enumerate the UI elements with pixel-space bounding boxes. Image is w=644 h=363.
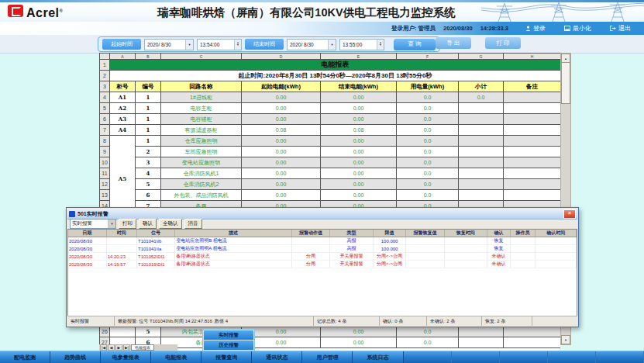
- cell-remark[interactable]: [504, 92, 561, 103]
- column-letter-F[interactable]: F: [397, 54, 459, 60]
- column-letter-B[interactable]: B: [136, 54, 161, 60]
- chevron-down-icon[interactable]: ▼: [185, 40, 193, 50]
- cell-start-energy[interactable]: 0.00: [242, 92, 321, 103]
- cell-circuit-name[interactable]: 1#进线柜: [161, 92, 242, 103]
- row-number[interactable]: 2: [100, 71, 110, 81]
- cell-circuit-name[interactable]: 车间应急照明: [161, 147, 242, 157]
- cell-subtotal[interactable]: [459, 114, 504, 125]
- cell-number[interactable]: 5: [136, 327, 161, 337]
- cell-subtotal[interactable]: [459, 168, 504, 179]
- row-number[interactable]: 13: [100, 190, 110, 201]
- spinner-arrows-icon[interactable]: ▲▼: [234, 40, 241, 50]
- cell-cabinet[interactable]: A4: [110, 125, 136, 136]
- alarm-col-2[interactable]: 位号: [136, 230, 174, 237]
- cell-subtotal[interactable]: [459, 136, 504, 147]
- cell-start-energy[interactable]: 0.08: [242, 125, 321, 136]
- cell-number[interactable]: 2: [136, 147, 161, 157]
- cell-start-energy[interactable]: 0.00: [242, 179, 321, 190]
- alarm-col-10[interactable]: 操作员: [510, 230, 536, 237]
- cell-consumption[interactable]: 0.0: [397, 92, 459, 103]
- next-sheet-icon[interactable]: ▶: [115, 344, 122, 351]
- sheet-header-cell-5[interactable]: 用电量(kWh): [397, 81, 459, 92]
- alarm-row-0[interactable]: 2020/08/30T101041\Ib变电站应急照明B 相电流高报100.00…: [68, 237, 577, 245]
- cell-cabinet[interactable]: A1: [110, 92, 136, 103]
- sheet-header-cell-4[interactable]: 结束电能(kWh): [321, 81, 397, 92]
- cell-end-energy[interactable]: 0.00: [321, 136, 397, 147]
- print-button[interactable]: 打印: [119, 219, 136, 229]
- sheet-header-cell-1[interactable]: 编号: [136, 81, 161, 92]
- cell-remark[interactable]: [504, 157, 561, 168]
- cell-number[interactable]: 3: [136, 157, 161, 168]
- scroll-down-icon[interactable]: ▼: [561, 335, 570, 344]
- cell-subtotal[interactable]: [459, 337, 504, 348]
- cell-remark[interactable]: [504, 337, 561, 348]
- alarm-col-5[interactable]: 类型: [330, 230, 374, 237]
- cell-start-energy[interactable]: 0.00: [242, 157, 321, 168]
- sheet-header-cell-6[interactable]: 小计: [459, 81, 504, 92]
- cell-consumption[interactable]: 0.0: [397, 337, 459, 348]
- row-number[interactable]: 6: [100, 114, 110, 125]
- cell-subtotal[interactable]: [459, 327, 504, 337]
- cell-number[interactable]: 1: [136, 125, 161, 136]
- chevron-down-icon[interactable]: ▼: [328, 40, 336, 50]
- cell-end-energy[interactable]: 0.00: [321, 179, 397, 190]
- cell-consumption[interactable]: 0.0: [397, 136, 459, 147]
- login-button[interactable]: 登录: [525, 24, 546, 33]
- cell-consumption[interactable]: 0.0: [397, 114, 459, 125]
- cell-subtotal[interactable]: [459, 103, 504, 114]
- first-sheet-icon[interactable]: |◀: [100, 344, 107, 351]
- row-number[interactable]: 9: [100, 147, 110, 157]
- start-time-spinner[interactable]: 13:54:00 ▲▼: [197, 39, 242, 50]
- cell-remark[interactable]: [504, 114, 561, 125]
- alarm-col-9[interactable]: 确认: [487, 230, 510, 237]
- cell-subtotal[interactable]: [459, 147, 504, 157]
- cell-remark[interactable]: [504, 147, 561, 157]
- minimize-button[interactable]: 最小化: [564, 24, 591, 33]
- row-number[interactable]: 1: [100, 60, 110, 71]
- alarm-col-8[interactable]: 恢复时间: [444, 230, 487, 237]
- nav-tab-alarm-query[interactable]: 报警查询: [201, 351, 252, 363]
- cell-start-energy[interactable]: 0.00: [242, 190, 321, 201]
- alarm-col-6[interactable]: 限值: [373, 230, 406, 237]
- alarm-row-3[interactable]: 2020/08/3014:19:57T101019\DI1备用\断路器状态分闸开…: [68, 261, 577, 268]
- cell-circuit-name[interactable]: 仓库消防风机1: [161, 168, 242, 179]
- select-all-corner[interactable]: [100, 54, 110, 60]
- confirm-button[interactable]: 确认: [139, 219, 157, 229]
- row-number[interactable]: 12: [100, 179, 110, 190]
- cell-cabinet[interactable]: A2: [110, 103, 136, 114]
- end-time-spinner[interactable]: 13:55:00 ▲▼: [339, 39, 384, 50]
- nav-tab-system-log[interactable]: 系统日志: [353, 351, 403, 363]
- nav-tab-trend-curves[interactable]: 趋势曲线: [50, 351, 101, 363]
- cell-end-energy[interactable]: 0.00: [321, 92, 397, 103]
- export-button[interactable]: 导 出: [436, 37, 471, 49]
- nav-tab-energy-report[interactable]: 电能报表: [151, 351, 201, 363]
- cell-number[interactable]: 4: [136, 168, 161, 179]
- alarm-col-1[interactable]: 时间: [106, 230, 136, 237]
- sheet-header-cell-2[interactable]: 回路名称: [161, 81, 242, 92]
- cell-remark[interactable]: [504, 136, 561, 147]
- column-letter-D[interactable]: D: [242, 54, 321, 60]
- dialog-title-bar[interactable]: 501实时报警 ×: [67, 209, 577, 220]
- cell-number[interactable]: 1: [136, 136, 161, 147]
- close-icon[interactable]: ×: [563, 209, 576, 219]
- cell-end-energy[interactable]: 0.00: [321, 103, 397, 114]
- cell-remark[interactable]: [504, 125, 561, 136]
- cell-start-energy[interactable]: 0.00: [242, 136, 321, 147]
- print-button[interactable]: 打 印: [485, 37, 521, 49]
- row-number[interactable]: 8: [100, 136, 110, 147]
- alarm-row-2[interactable]: 2020/08/3014:20:23T101052\DI1备用\断路器状态分闸开…: [68, 253, 577, 261]
- scrollbar-thumb[interactable]: [561, 62, 570, 104]
- cell-consumption[interactable]: 0.0: [397, 168, 459, 179]
- cell-remark[interactable]: [504, 327, 561, 337]
- column-letter-A[interactable]: A: [110, 54, 136, 60]
- row-number[interactable]: 26: [100, 327, 110, 337]
- cell-start-energy[interactable]: 0.00: [242, 103, 321, 114]
- cell-end-energy[interactable]: 0.08: [321, 125, 397, 136]
- query-button[interactable]: 查 询: [394, 39, 436, 50]
- row-number[interactable]: 3: [100, 81, 110, 92]
- cell-circuit-name[interactable]: 电容辅柜: [161, 114, 242, 125]
- menu-item-history-alarm[interactable]: 历史报警: [204, 341, 253, 350]
- cell-circuit-name[interactable]: 有源滤波器柜: [161, 125, 242, 136]
- column-letter-C[interactable]: C: [161, 54, 242, 60]
- cell-end-energy[interactable]: 0.00: [321, 114, 397, 125]
